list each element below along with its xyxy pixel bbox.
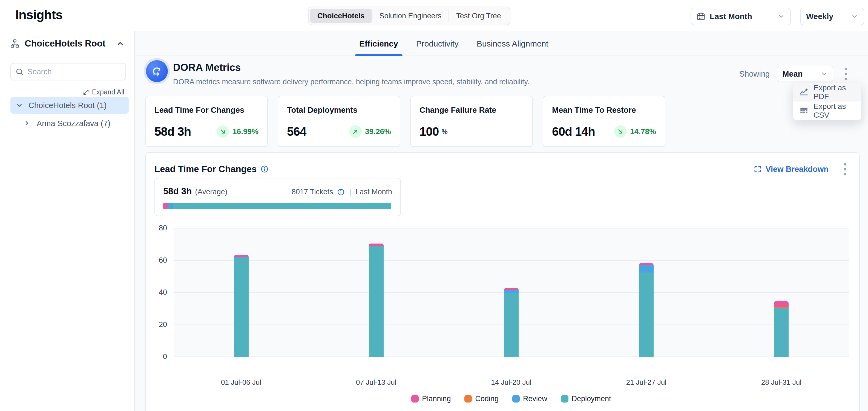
dora-section-description: DORA metrics measure software delivery p…	[173, 78, 530, 86]
divider: |	[348, 187, 352, 197]
bar-deployment-week-1[interactable]	[234, 258, 249, 357]
bar-review-week-2[interactable]	[369, 246, 383, 246]
sidebar-root-label: ChoiceHotels Root	[25, 38, 111, 49]
bar-planning-week-3[interactable]	[504, 288, 519, 290]
x-tick-label: 01 Jul-06 Jul	[200, 378, 282, 387]
bar-coding-week-5[interactable]	[774, 307, 788, 308]
y-tick-label: 60	[148, 256, 167, 265]
bar-review-week-4[interactable]	[639, 265, 654, 272]
bar-review-week-3[interactable]	[504, 290, 519, 293]
calendar-icon	[696, 12, 705, 21]
metric-card-delta-arrow-3	[614, 125, 627, 138]
chart-more-menu-button[interactable]	[839, 161, 850, 177]
tree-item-choicehotels-root[interactable]: ChoiceHotels Root (1)	[10, 97, 129, 114]
collapse-panel-chevron-up-icon[interactable]	[116, 39, 124, 47]
progress-segment-review	[167, 203, 173, 209]
chevron-down-icon	[778, 13, 785, 20]
chart-export-icon	[799, 88, 809, 97]
y-tick-label: 80	[148, 224, 167, 232]
tab-efficiency[interactable]: Efficiency	[358, 31, 399, 56]
aggregation-value: Mean	[782, 69, 820, 78]
legend-item-review[interactable]: Review	[512, 395, 547, 403]
bar-planning-week-4[interactable]	[639, 263, 654, 265]
org-tab-test-org-tree[interactable]: Test Org Tree	[449, 9, 508, 23]
export-as-pdf-menu-item[interactable]: Export as PDF	[793, 83, 861, 102]
stacked-bar-plot	[174, 228, 849, 357]
bar-deployment-week-5[interactable]	[774, 308, 788, 357]
expand-all-button[interactable]: Expand All	[83, 88, 124, 96]
legend-swatch	[411, 395, 418, 403]
org-tab-solution-engineers[interactable]: Solution Engineers	[372, 9, 449, 23]
legend-item-planning[interactable]: Planning	[411, 395, 451, 403]
expand-diagonal-icon	[83, 89, 89, 96]
org-tab-choicehotels[interactable]: ChoiceHotels	[310, 9, 372, 23]
metric-card-delta-arrow-1	[349, 125, 362, 138]
info-icon[interactable]	[337, 188, 345, 196]
view-breakdown-button[interactable]: View Breakdown	[753, 165, 829, 174]
page-title: Insights	[16, 7, 62, 22]
export-menu: Export as PDF Export as CSV	[793, 83, 861, 121]
org-switcher: ChoiceHotels Solution Engineers Test Org…	[308, 7, 510, 25]
info-icon[interactable]	[260, 165, 269, 173]
metric-card-mean-time-to-restore: Mean Time To Restore 60d 14h 14.78%	[543, 96, 665, 147]
bar-planning-week-2[interactable]	[369, 243, 383, 246]
top-header: Insights ChoiceHotels Solution Engineers…	[0, 0, 868, 31]
legend-item-coding[interactable]: Coding	[464, 395, 499, 403]
showing-controls: Showing Mean	[739, 66, 851, 82]
tab-productivity[interactable]: Productivity	[415, 31, 460, 56]
search-icon	[16, 68, 24, 76]
date-range-select[interactable]: Last Month	[690, 8, 791, 25]
bar-deployment-week-2[interactable]	[369, 246, 383, 357]
bar-planning-week-1[interactable]	[234, 255, 249, 257]
metric-tabs: Efficiency Productivity Business Alignme…	[358, 31, 550, 56]
bar-planning-week-5[interactable]	[774, 301, 788, 307]
delta-badge: 14.78%	[614, 125, 656, 138]
metric-card-delta-arrow-0	[217, 125, 229, 138]
chevron-down-icon	[851, 13, 858, 20]
dora-more-menu-button[interactable]	[840, 66, 851, 82]
progress-segment-deployment	[173, 203, 391, 209]
tree-item-label: ChoiceHotels Root (1)	[29, 101, 106, 110]
gridline-80	[174, 228, 849, 229]
scroll-edge-divider	[866, 31, 866, 411]
x-tick-label: 28 Jul-31 Jul	[740, 378, 822, 387]
granularity-select[interactable]: Weekly	[800, 8, 864, 25]
y-tick-label: 20	[148, 320, 167, 329]
legend-swatch	[464, 395, 472, 403]
bar-deployment-week-3[interactable]	[504, 293, 519, 357]
granularity-value: Weekly	[806, 12, 833, 21]
insights-app: Insights ChoiceHotels Solution Engineers…	[0, 0, 868, 411]
y-tick-label: 40	[148, 288, 167, 297]
search-input[interactable]	[27, 67, 121, 76]
aggregation-select[interactable]: Mean	[777, 66, 833, 82]
tree-item-anna-scozzafava[interactable]: Anna Scozzafava (7)	[24, 115, 128, 131]
delta-badge: 39.26%	[349, 125, 391, 138]
chevron-down-icon[interactable]	[16, 102, 23, 109]
metric-card-change-failure-rate: Change Failure Rate 100 %	[410, 96, 533, 147]
chart-legend: PlanningCodingReviewDeployment	[174, 395, 849, 403]
legend-item-deployment[interactable]: Deployment	[561, 395, 611, 403]
tickets-count: 8017 Tickets	[291, 188, 333, 196]
x-tick-label: 07 Jul-13 Jul	[335, 378, 417, 387]
average-value: 58d 3h	[163, 186, 192, 197]
expand-corners-icon	[753, 165, 762, 173]
tab-business-alignment[interactable]: Business Alignment	[476, 31, 550, 56]
date-range-value: Last Month	[710, 12, 752, 21]
delta-badge: 16.99%	[217, 125, 258, 138]
legend-swatch	[561, 395, 568, 403]
chevron-right-icon[interactable]	[24, 120, 31, 127]
x-tick-label: 14 Jul-20 Jul	[470, 378, 552, 387]
chart-title: Lead Time For Changes	[154, 164, 256, 174]
gridline-60	[174, 260, 849, 261]
legend-swatch	[512, 395, 520, 403]
metric-card-total-deployments: Total Deployments 564 39.26%	[278, 96, 400, 147]
bar-deployment-week-4[interactable]	[639, 273, 654, 357]
org-sidebar: ChoiceHotels Root Expand All ChoiceHotel…	[0, 31, 135, 411]
org-tree-icon	[10, 39, 20, 48]
bar-review-week-1[interactable]	[234, 257, 249, 258]
sidebar-search	[10, 63, 126, 80]
sidebar-header: ChoiceHotels Root	[0, 31, 134, 56]
lead-time-chart-card: Lead Time For Changes View Breakdown 58d…	[145, 152, 860, 411]
export-as-csv-menu-item[interactable]: Export as CSV	[793, 102, 861, 120]
metric-card-lead-time: Lead Time For Changes 58d 3h 16.99%	[145, 96, 268, 147]
